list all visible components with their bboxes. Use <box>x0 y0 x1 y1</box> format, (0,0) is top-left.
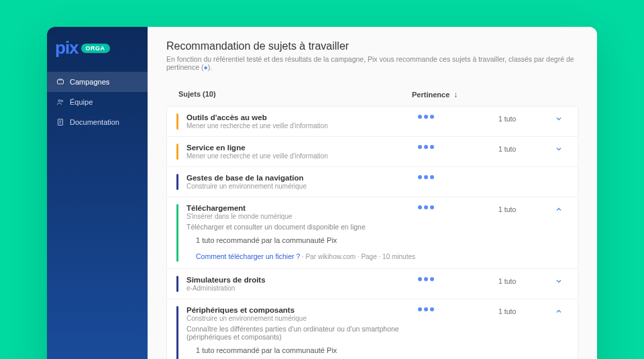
chevron-up-icon[interactable] <box>552 306 566 315</box>
doc-icon <box>56 118 64 126</box>
col-tuto <box>492 90 546 99</box>
row-tuto-count <box>498 174 552 175</box>
sidebar-item-campagnes[interactable]: Campagnes <box>47 72 148 92</box>
users-icon <box>56 98 64 106</box>
logo-orga-badge: ORGA <box>81 44 110 53</box>
row-tuto-count: 1 tuto <box>498 144 552 153</box>
row-tuto-count: 1 tuto <box>498 113 552 123</box>
col-expand <box>546 90 566 99</box>
row-category: e-Administration <box>186 285 418 292</box>
sidebar-item-label: Équipe <box>70 98 93 106</box>
table-row[interactable]: Gestes de base de la navigationConstruir… <box>167 166 578 197</box>
row-pertinence <box>418 306 498 311</box>
row-category: Mener une recherche et une veille d'info… <box>186 122 418 130</box>
reco-line: Comment télécharger un fichier ? · Par w… <box>196 250 418 262</box>
col-pertinence[interactable]: Pertinence ↓ <box>412 90 492 99</box>
sidebar-item-label: Documentation <box>70 118 119 126</box>
pertinence-dot-icon <box>424 175 428 179</box>
chevron-down-icon[interactable] <box>552 144 566 153</box>
pertinence-dot-icon <box>418 205 422 209</box>
logo-pix: pix <box>55 38 78 58</box>
pertinence-dot-icon <box>418 115 422 119</box>
reco-title: 1 tuto recommandé par la communauté Pix <box>196 346 418 354</box>
sidebar-item-label: Campagnes <box>70 78 109 86</box>
pertinence-dot-icon <box>424 145 428 149</box>
chevron-down-icon[interactable] <box>552 174 566 175</box>
row-tuto-count: 1 tuto <box>498 306 552 315</box>
pertinence-dot-icon <box>430 175 434 179</box>
row-title: Téléchargement <box>186 204 418 212</box>
row-main: Gestes de base de la navigationConstruir… <box>186 174 418 190</box>
row-category: Mener une recherche et une veille d'info… <box>186 152 418 160</box>
table-row[interactable]: Simulateurs de droitse-Administration1 t… <box>167 268 578 299</box>
sidebar-item-equipe[interactable]: Équipe <box>47 92 148 112</box>
row-color-bar <box>176 174 178 190</box>
pertinence-dot-icon <box>430 145 434 149</box>
row-title: Outils d'accès au web <box>186 113 418 121</box>
row-color-bar <box>176 306 178 359</box>
row-pertinence <box>418 204 498 209</box>
pertinence-dot-icon <box>424 115 428 119</box>
row-tuto-count: 1 tuto <box>498 204 552 213</box>
row-color-bar <box>176 204 178 262</box>
logo: pix ORGA <box>47 27 148 72</box>
row-pertinence <box>418 144 498 149</box>
table-body: Outils d'accès au webMener une recherche… <box>166 106 578 359</box>
pertinence-dot-icon <box>418 145 422 149</box>
pertinence-dot-icon <box>424 277 428 281</box>
table-row[interactable]: TéléchargementS'insérer dans le monde nu… <box>167 197 578 268</box>
pertinence-dot-icon <box>430 307 434 311</box>
page-subtitle: En fonction du référentiel testé et des … <box>166 55 578 71</box>
row-title: Service en ligne <box>186 144 418 152</box>
table-header: Sujets (10) Pertinence ↓ <box>166 83 578 106</box>
row-title: Simulateurs de droits <box>186 276 418 284</box>
row-main: Service en ligneMener une recherche et u… <box>186 144 418 160</box>
sort-arrow-down-icon: ↓ <box>453 90 458 99</box>
svg-point-1 <box>58 100 60 102</box>
pertinence-dot-icon <box>430 115 434 119</box>
chevron-up-icon[interactable] <box>552 204 566 213</box>
row-color-bar <box>176 276 178 292</box>
reco-link[interactable]: Comment télécharger un fichier ? <box>196 252 300 260</box>
row-main: Simulateurs de droitse-Administration <box>186 276 418 292</box>
table-row[interactable]: Périphériques et composantsConstruire un… <box>167 299 578 359</box>
pertinence-dot-icon <box>424 307 428 311</box>
pertinence-dot-icon <box>424 205 428 209</box>
pertinence-dot-icon <box>418 277 422 281</box>
row-pertinence <box>418 174 498 179</box>
pertinence-dot-icon <box>418 307 422 311</box>
chevron-down-icon[interactable] <box>552 113 566 123</box>
svg-point-2 <box>61 100 63 102</box>
row-pertinence <box>418 276 498 281</box>
row-description: Télécharger et consulter un document dis… <box>186 223 418 231</box>
reco-title: 1 tuto recommandé par la communauté Pix <box>196 236 418 244</box>
row-category: Construire un environnement numérique <box>186 183 418 190</box>
row-color-bar <box>176 113 178 130</box>
svg-rect-0 <box>58 80 64 84</box>
campaign-icon <box>56 78 64 86</box>
main-content: Recommandation de sujets à travailler En… <box>148 27 597 359</box>
table-row[interactable]: Outils d'accès au webMener une recherche… <box>167 107 578 136</box>
row-title: Gestes de base de la navigation <box>186 174 418 182</box>
row-category: Construire un environnement numérique <box>186 315 418 322</box>
row-category: S'insérer dans le monde numérique <box>186 213 418 220</box>
row-pertinence <box>418 113 498 119</box>
row-tuto-count: 1 tuto <box>498 276 552 285</box>
sidebar-item-documentation[interactable]: Documentation <box>47 112 148 132</box>
row-main: Périphériques et composantsConstruire un… <box>186 306 418 359</box>
row-main: TéléchargementS'insérer dans le monde nu… <box>186 204 418 262</box>
col-subjects: Sujets (10) <box>178 90 412 99</box>
table-row[interactable]: Service en ligneMener une recherche et u… <box>167 136 578 166</box>
pertinence-dot-icon <box>418 175 422 179</box>
row-title: Périphériques et composants <box>186 306 418 314</box>
row-expanded: 1 tuto recommandé par la communauté PixC… <box>186 236 418 262</box>
pertinence-dot-icon <box>430 277 434 281</box>
reco-meta: · Par wikihow.com · Page · 10 minutes <box>300 253 415 260</box>
pertinence-dot-icon <box>430 205 434 209</box>
row-expanded: 1 tuto recommandé par la communauté PixD… <box>186 346 418 359</box>
chevron-down-icon[interactable] <box>552 276 566 285</box>
row-color-bar <box>176 144 178 160</box>
row-main: Outils d'accès au webMener une recherche… <box>186 113 418 130</box>
sidebar: pix ORGA Campagnes Équipe Documentation <box>47 27 148 359</box>
page-title: Recommandation de sujets à travailler <box>166 40 578 52</box>
